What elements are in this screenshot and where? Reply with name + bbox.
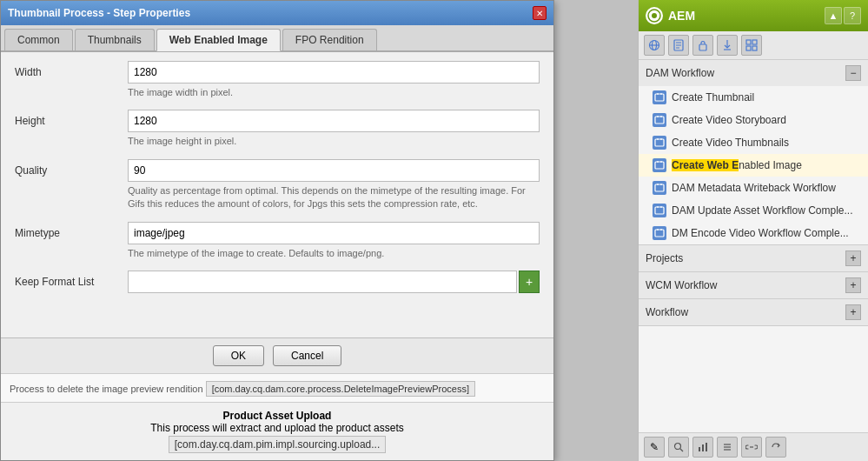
svg-point-37	[675, 444, 681, 450]
projects-header[interactable]: Projects +	[639, 245, 868, 271]
svg-rect-15	[752, 46, 757, 50]
dam-workflow-label: DAM Workflow	[646, 67, 714, 79]
workflow-header[interactable]: Workflow +	[639, 299, 868, 325]
aem-toolbar-grid-icon[interactable]	[741, 35, 762, 56]
workflow-section: Workflow +	[639, 299, 868, 326]
tab-fpo-rendition[interactable]: FPO Rendition	[282, 29, 377, 50]
dm-encode-video-item[interactable]: DM Encode Video Workflow Comple...	[639, 222, 868, 244]
wcm-workflow-header[interactable]: WCM Workflow +	[639, 272, 868, 298]
height-label: Height	[15, 110, 128, 127]
wcm-workflow-label: WCM Workflow	[646, 279, 717, 291]
dialog-footer: OK Cancel Process to delete the image pr…	[1, 337, 553, 460]
dialog-buttons: OK Cancel	[1, 337, 553, 373]
product-link: [com.day.cq.dam.pim.impl.sourcing.upload…	[169, 436, 387, 453]
dm-encode-video-icon	[653, 226, 666, 240]
workflow-expand-button[interactable]: +	[845, 304, 861, 320]
dam-metadata-writeback-icon	[653, 181, 666, 195]
svg-rect-28	[655, 184, 664, 191]
dam-workflow-collapse-button[interactable]: −	[845, 65, 861, 81]
tab-web-enabled-image[interactable]: Web Enabled Image	[156, 29, 281, 51]
add-format-button[interactable]: +	[519, 271, 540, 293]
keep-format-input[interactable]	[128, 271, 517, 293]
dam-workflow-header[interactable]: DAM Workflow −	[639, 60, 868, 86]
width-row: Width The image width in pixel.	[15, 61, 540, 99]
aem-bottom-list-icon[interactable]	[717, 437, 738, 458]
product-description: This process will extract and upload the…	[10, 422, 545, 434]
quality-row: Quality Quality as percentage from optim…	[15, 159, 540, 211]
mimetype-row: Mimetype The mimetype of the image to cr…	[15, 222, 540, 260]
height-input[interactable]	[128, 110, 540, 132]
quality-input[interactable]	[128, 159, 540, 182]
quality-label: Quality	[15, 159, 128, 177]
projects-expand-button[interactable]: +	[845, 251, 861, 266]
mimetype-field-group: The mimetype of the image to create. Def…	[128, 222, 540, 260]
tab-common[interactable]: Common	[4, 29, 73, 50]
aem-bottom-toolbar: ✎	[639, 432, 868, 461]
svg-rect-13	[752, 40, 757, 44]
process-hint: Process to delete the image preview rend…	[10, 384, 203, 394]
dam-metadata-writeback-label: DAM Metadata Writeback Workflow	[672, 182, 836, 194]
aem-toolbar-lock-icon[interactable]	[692, 35, 713, 56]
svg-rect-41	[706, 443, 707, 451]
aem-bottom-refresh-icon[interactable]	[765, 437, 786, 458]
dialog-titlebar: Thumbnail Process - Step Properties ✕	[1, 1, 553, 25]
tab-bar: Common Thumbnails Web Enabled Image FPO …	[1, 25, 553, 52]
process-link: [com.day.cq.dam.core.process.DeleteImage…	[206, 381, 475, 397]
create-video-thumbnails-label: Create Video Thumbnails	[672, 137, 789, 149]
aem-toolbar-page-icon[interactable]	[668, 35, 689, 56]
aem-title-area: AEM	[646, 7, 695, 24]
aem-bottom-chart-icon[interactable]	[692, 437, 713, 458]
wcm-workflow-expand-button[interactable]: +	[845, 277, 861, 293]
svg-rect-31	[655, 207, 664, 214]
dialog-title: Thumbnail Process - Step Properties	[8, 7, 190, 19]
aem-help-button[interactable]: ?	[844, 7, 861, 24]
svg-rect-39	[699, 447, 700, 451]
aem-toolbar-download-icon[interactable]	[717, 35, 738, 56]
keep-format-row: Keep Format List +	[15, 271, 540, 293]
create-video-thumbnails-item[interactable]: Create Video Thumbnails	[639, 131, 868, 154]
ok-button[interactable]: OK	[213, 345, 264, 366]
dam-workflow-section: DAM Workflow − Create Thumbnail	[639, 60, 868, 245]
svg-rect-16	[655, 94, 664, 101]
aem-toolbar-globe-icon[interactable]	[644, 35, 665, 56]
aem-logo-icon	[646, 7, 663, 24]
create-web-enabled-image-item[interactable]: Create Web Enabled Image	[639, 154, 868, 177]
workflow-label: Workflow	[646, 306, 688, 318]
aem-bottom-link-icon[interactable]	[741, 437, 762, 458]
width-hint: The image width in pixel.	[128, 86, 540, 99]
create-web-enabled-image-icon	[653, 158, 666, 172]
create-video-storyboard-icon	[653, 113, 666, 127]
aem-panel: AEM ▲ ?	[638, 0, 868, 461]
aem-bottom-search-icon[interactable]	[668, 437, 689, 458]
keep-format-input-row: +	[128, 271, 540, 293]
aem-header: AEM ▲ ?	[639, 0, 868, 31]
product-asset-upload: Product Asset Upload This process will e…	[1, 402, 553, 460]
cancel-button[interactable]: Cancel	[273, 345, 341, 366]
svg-rect-12	[746, 40, 751, 44]
quality-field-group: Quality as percentage from optimal. This…	[128, 159, 540, 211]
height-field-group: The image height in pixel.	[128, 110, 540, 148]
projects-label: Projects	[646, 252, 683, 264]
tab-thumbnails[interactable]: Thumbnails	[75, 29, 155, 50]
svg-point-1	[652, 13, 657, 18]
wcm-workflow-section: WCM Workflow +	[639, 272, 868, 299]
product-title: Product Asset Upload	[10, 410, 545, 422]
mimetype-input[interactable]	[128, 222, 540, 244]
create-thumbnail-label: Create Thumbnail	[672, 91, 754, 104]
create-video-storyboard-item[interactable]: Create Video Storyboard	[639, 109, 868, 131]
quality-hint: Quality as percentage from optimal. This…	[128, 184, 540, 211]
width-input[interactable]	[128, 61, 540, 84]
aem-collapse-button[interactable]: ▲	[825, 7, 842, 24]
keep-format-field-group: +	[128, 271, 540, 293]
dam-update-asset-item[interactable]: DAM Update Asset Workflow Comple...	[639, 199, 868, 222]
width-label: Width	[15, 61, 128, 78]
close-button[interactable]: ✕	[533, 6, 547, 20]
dam-metadata-writeback-item[interactable]: DAM Metadata Writeback Workflow	[639, 177, 868, 199]
aem-title: AEM	[668, 9, 695, 23]
svg-rect-14	[746, 46, 751, 50]
create-video-thumbnails-icon	[653, 136, 666, 150]
thumbnail-process-dialog: Thumbnail Process - Step Properties ✕ Co…	[0, 0, 554, 461]
dam-update-asset-icon	[653, 204, 666, 217]
create-thumbnail-item[interactable]: Create Thumbnail	[639, 86, 868, 109]
aem-bottom-edit-icon[interactable]: ✎	[644, 437, 665, 458]
